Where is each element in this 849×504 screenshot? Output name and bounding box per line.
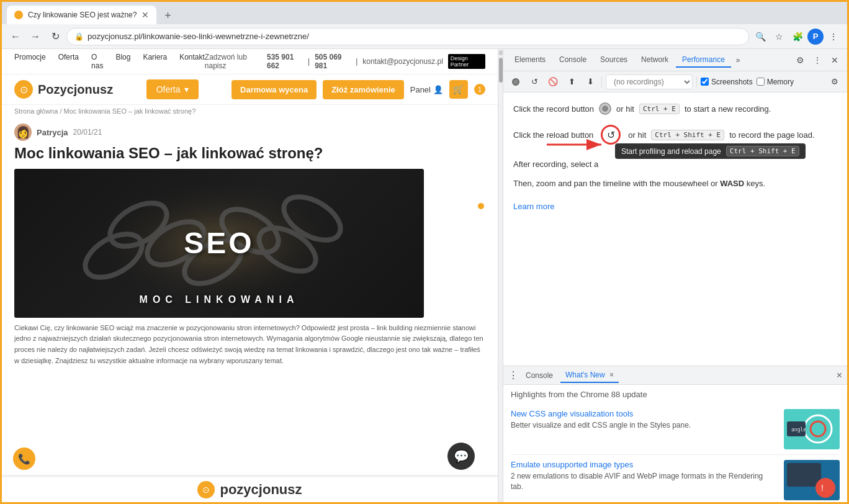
panel-button[interactable]: Panel 👤: [410, 85, 443, 94]
memory-checkbox-group: Memory: [757, 78, 794, 86]
author-row: 👩 Patrycja 20/01/21: [14, 124, 485, 141]
page-scrollbar[interactable]: [498, 49, 503, 502]
instruction-1-or: or hit: [616, 104, 634, 114]
chat-float-button[interactable]: 💬: [447, 443, 475, 470]
phone-float-button[interactable]: 📞: [13, 448, 35, 470]
bottom-panel-content: Highlights from the Chrome 88 update New…: [503, 385, 847, 502]
extension-button[interactable]: 🧩: [789, 28, 806, 45]
site-logo-text[interactable]: Pozycjonusz: [38, 83, 113, 97]
nav-actions: 🔍 ☆ 🧩 P ⋮: [752, 28, 842, 45]
devtools-settings-area: ⚙ ⋮ ✕: [793, 53, 842, 68]
shortcut-ctrl-shift-e: Ctrl + Shift + E: [651, 130, 724, 140]
cart-button[interactable]: 🛒: [449, 80, 468, 99]
shortcut-ctrl-e: Ctrl + E: [639, 104, 680, 114]
memory-label: Memory: [767, 78, 794, 86]
devtools-settings-button[interactable]: ⚙: [793, 53, 807, 68]
nav-oferta[interactable]: Oferta: [58, 53, 79, 70]
tab-favicon: [14, 11, 23, 19]
devtools-tab-bar: Elements Console Sources Network Perform…: [503, 49, 847, 71]
instruction-1-before: Click the record button: [513, 104, 594, 114]
design-partner: Design Partner: [448, 54, 485, 69]
forward-button[interactable]: →: [27, 28, 44, 45]
reload-circle-icon: ↺: [607, 129, 615, 141]
main-area: Promocje Oferta O nas Blog Kariera Konta…: [2, 49, 847, 502]
bottom-panel-close-button[interactable]: ×: [837, 370, 842, 381]
breadcrumb: Strona główna / Moc linkowania SEO – jak…: [2, 105, 498, 117]
bookmark-button[interactable]: ☆: [770, 28, 788, 45]
clear-button[interactable]: 🚫: [546, 74, 560, 89]
call-label: Zadzwoń lub napisz: [205, 53, 262, 70]
contact-info: Zadzwoń lub napisz 535 901 662 | 505 069…: [205, 53, 485, 70]
profile-button[interactable]: P: [807, 29, 824, 45]
tooltip-box: Start profiling and reload page Ctrl + S…: [615, 143, 806, 159]
address-bar[interactable]: 🔒 pozycjonusz.pl/linkowanie-seo-linki-we…: [66, 28, 749, 45]
site-topbar: Promocje Oferta O nas Blog Kariera Konta…: [2, 49, 498, 74]
performance-settings-button[interactable]: ⚙: [827, 74, 842, 89]
devtools-more-tabs[interactable]: »: [734, 53, 743, 67]
instruction-2-end: to record the page load.: [729, 130, 814, 140]
record-button[interactable]: [508, 74, 523, 89]
darmowa-wycena-button[interactable]: Darmowa wycena: [231, 80, 317, 99]
update-card-2-thumbnail: !: [784, 460, 840, 500]
svg-rect-17: [787, 463, 821, 487]
tab-performance[interactable]: Performance: [676, 53, 731, 68]
tab-elements[interactable]: Elements: [508, 53, 552, 68]
reload-profile-button[interactable]: ↺: [527, 74, 542, 89]
bottom-tab-console[interactable]: Console: [521, 369, 558, 382]
learn-more-link[interactable]: Learn more: [513, 202, 554, 211]
tab-network[interactable]: Network: [635, 53, 675, 68]
tab-sources[interactable]: Sources: [594, 53, 634, 68]
website-wrapper: Promocje Oferta O nas Blog Kariera Konta…: [2, 49, 498, 502]
tab-bar: Czy linkowanie SEO jest ważne? ✕ +: [2, 2, 847, 24]
devtools-bottom-panel: ⋮ Console What's New × × Highlights from…: [503, 366, 847, 502]
memory-checkbox[interactable]: [757, 78, 765, 86]
update-card-2-desc: 2 new emulations to disable AVIF and Web…: [511, 471, 776, 492]
address-text: pozycjonusz.pl/linkowanie-seo-linki-wewn…: [88, 32, 741, 41]
bottom-tab-whats-new[interactable]: What's New ×: [560, 368, 619, 383]
nav-o-nas[interactable]: O nas: [91, 53, 103, 70]
email: kontakt@pozycjonusz.pl: [362, 57, 443, 66]
nav-kariera[interactable]: Kariera: [143, 53, 167, 70]
phone2: 505 069 981: [315, 53, 351, 70]
svg-text:angle: angle: [791, 427, 806, 433]
browser-tab[interactable]: Czy linkowanie SEO jest ważne? ✕: [7, 6, 156, 24]
nav-blog[interactable]: Blog: [115, 53, 130, 70]
learn-more-row: Learn more: [513, 200, 837, 212]
site-logo-icon[interactable]: ⊙: [14, 80, 33, 99]
site-nav-links: Promocje Oferta O nas Blog Kariera Konta…: [14, 53, 205, 70]
author-name: Patrycja: [37, 128, 68, 137]
red-arrow: [547, 137, 609, 152]
nav-kontakt[interactable]: Kontakt: [179, 53, 205, 70]
tab-title: Czy linkowanie SEO jest ważne?: [28, 11, 137, 19]
upload-button[interactable]: ⬆: [564, 74, 579, 89]
footer-logo-area: ⊙ pozycjonusz: [2, 477, 498, 502]
reload-circle-button[interactable]: ↺: [601, 125, 621, 145]
search-button[interactable]: 🔍: [752, 28, 769, 45]
header-right: Darmowa wycena Złóż zamówienie Panel 👤 🛒…: [231, 80, 485, 99]
reload-button[interactable]: ↻: [47, 28, 64, 45]
cart-count: 1: [474, 84, 485, 95]
nav-promocje[interactable]: Promocje: [14, 53, 46, 70]
three-dots-menu[interactable]: ⋮: [508, 369, 518, 381]
update-card-1-desc: Better visualize and edit CSS angle in t…: [511, 420, 776, 431]
back-button[interactable]: ←: [7, 28, 24, 45]
new-tab-button[interactable]: +: [159, 7, 176, 24]
separator2: [696, 76, 697, 88]
zloz-zamowienie-button[interactable]: Złóż zamówienie: [323, 80, 404, 99]
devtools-close-button[interactable]: ✕: [827, 53, 842, 68]
recordings-select[interactable]: (no recordings): [606, 74, 693, 89]
tab-console[interactable]: Console: [553, 53, 593, 68]
download-button[interactable]: ⬇: [583, 74, 598, 89]
whats-new-tab-close[interactable]: ×: [609, 371, 614, 379]
menu-button[interactable]: ⋮: [825, 28, 842, 45]
update-card-1-title[interactable]: New CSS angle visualization tools: [511, 409, 776, 418]
tab-close-btn[interactable]: ✕: [142, 10, 149, 20]
devtools-more-menu-button[interactable]: ⋮: [810, 53, 825, 68]
screenshots-checkbox[interactable]: [701, 78, 709, 86]
chrome-update-title: Highlights from the Chrome 88 update: [511, 390, 840, 399]
update-card-2-title[interactable]: Emulate unsupported image types: [511, 460, 776, 469]
separator: [601, 76, 602, 88]
footer-logo-text: pozycjonusz: [220, 482, 302, 498]
devtools-main: Click the record button or hit Ctrl + E …: [503, 92, 847, 366]
oferta-dropdown-button[interactable]: Oferta ▾: [146, 79, 199, 99]
